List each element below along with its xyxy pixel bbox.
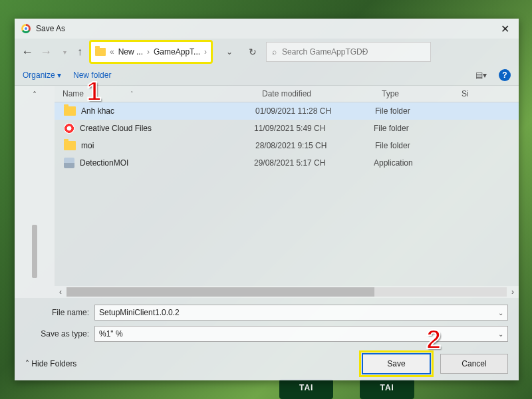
cancel-button[interactable]: Cancel <box>440 354 508 374</box>
column-headers[interactable]: Name ˄ Date modified Type Si <box>55 86 519 102</box>
hide-folders-label: Hide Folders <box>31 359 76 368</box>
sort-indicator-icon: ˄ <box>130 90 134 97</box>
file-name: Creative Cloud Files <box>80 124 254 133</box>
file-name: moi <box>81 141 255 150</box>
file-type: File folder <box>375 106 468 116</box>
hide-folders-toggle[interactable]: ˄ Hide Folders <box>25 359 76 368</box>
chevron-down-icon: ▾ <box>483 70 487 80</box>
save-as-dialog: Save As ✕ ← → ▾ ↑ « New ... › GameAppT..… <box>15 19 519 380</box>
refresh-button[interactable]: ↻ <box>246 47 259 57</box>
filename-value: SetupMiniClient1.0.0.2 <box>99 308 180 317</box>
file-date: 29/08/2021 5:17 CH <box>254 158 374 168</box>
scroll-up-icon[interactable]: ˄ <box>29 90 40 100</box>
scrollbar-thumb[interactable] <box>32 225 37 278</box>
table-row[interactable]: moi28/08/2021 9:15 CHFile folder <box>55 137 519 154</box>
col-size[interactable]: Si <box>462 89 519 98</box>
view-options-button[interactable]: ▤ ▾ <box>475 70 487 80</box>
chrome-icon <box>21 24 31 33</box>
scrollbar-track[interactable] <box>66 287 507 297</box>
file-date: 01/09/2021 11:28 CH <box>255 106 375 116</box>
recent-dropdown[interactable]: ▾ <box>59 49 70 56</box>
col-type[interactable]: Type <box>382 89 462 98</box>
table-row[interactable]: Anh khac01/09/2021 11:28 CHFile folder <box>55 102 519 120</box>
titlebar: Save As ✕ <box>15 19 519 39</box>
forward-button: → <box>40 45 52 59</box>
address-bar[interactable]: « New ... › GameAppT... › <box>89 40 213 64</box>
col-date[interactable]: Date modified <box>262 89 382 98</box>
savetype-select[interactable]: %1" % ⌄ <box>94 326 508 342</box>
view-icon: ▤ <box>475 70 481 80</box>
application-icon <box>64 158 74 168</box>
col-name[interactable]: Name <box>63 89 84 98</box>
file-type: Application <box>374 158 467 168</box>
horizontal-scrollbar[interactable]: ‹ › <box>55 286 519 298</box>
savetype-label: Save as type: <box>25 329 94 338</box>
chevron-right-icon: › <box>204 47 207 57</box>
callout-1: 1 <box>86 76 101 106</box>
search-icon: ⌕ <box>272 47 277 57</box>
file-name: DetectionMOI <box>80 158 254 168</box>
callout-2: 2 <box>426 325 441 354</box>
search-placeholder: Search GameAppTGDĐ <box>282 47 368 57</box>
bg-tai-button: TAI <box>279 379 333 399</box>
file-type: File folder <box>374 124 467 133</box>
scroll-left-icon[interactable]: ‹ <box>55 287 66 297</box>
scrollbar-thumb[interactable] <box>66 287 374 297</box>
table-row[interactable]: DetectionMOI29/08/2021 5:17 CHApplicatio… <box>55 154 519 172</box>
back-button[interactable]: ← <box>21 45 33 59</box>
file-type: File folder <box>375 141 468 150</box>
save-button[interactable]: Save <box>362 353 431 374</box>
chevron-right-icon: › <box>147 47 150 57</box>
filename-input[interactable]: SetupMiniClient1.0.0.2 ⌄ <box>94 305 508 321</box>
nav-pane[interactable]: ˄ <box>15 86 55 298</box>
close-icon[interactable]: ✕ <box>498 20 512 38</box>
filename-label: File name: <box>25 308 94 317</box>
breadcrumb-part[interactable]: New ... <box>118 47 143 57</box>
dialog-title: Save As <box>36 24 65 33</box>
file-name: Anh khac <box>81 106 255 116</box>
up-button[interactable]: ↑ <box>77 46 82 58</box>
organize-menu[interactable]: Organize ▾ <box>23 70 61 80</box>
chevron-up-icon: ˄ <box>25 359 29 368</box>
creative-cloud-icon <box>64 123 74 134</box>
file-date: 28/08/2021 9:15 CH <box>255 141 375 150</box>
search-input[interactable]: ⌕ Search GameAppTGDĐ <box>266 42 431 62</box>
bg-tai-button: TAI <box>360 379 414 399</box>
folder-icon <box>95 48 106 56</box>
savetype-value: %1" % <box>99 329 123 338</box>
file-list: Name ˄ Date modified Type Si Anh khac01/… <box>55 86 519 298</box>
chevron-left-icon: « <box>110 47 114 57</box>
file-date: 11/09/2021 5:49 CH <box>254 124 374 133</box>
scroll-right-icon[interactable]: › <box>507 287 519 297</box>
chevron-down-icon[interactable]: ⌄ <box>498 309 503 317</box>
nav-bar: ← → ▾ ↑ « New ... › GameAppT... › ⌄ ↻ ⌕ … <box>15 39 519 65</box>
help-icon[interactable]: ? <box>499 69 511 81</box>
table-row[interactable]: Creative Cloud Files11/09/2021 5:49 CHFi… <box>55 120 519 137</box>
dialog-footer: ˄ Hide Folders Save Cancel <box>15 347 519 380</box>
chevron-down-icon[interactable]: ⌄ <box>498 331 503 338</box>
folder-icon <box>64 141 76 150</box>
address-dropdown[interactable]: ⌄ <box>219 47 239 57</box>
folder-icon <box>64 106 76 116</box>
save-fields: File name: SetupMiniClient1.0.0.2 ⌄ Save… <box>15 298 519 347</box>
breadcrumb-part[interactable]: GameAppT... <box>154 47 200 57</box>
